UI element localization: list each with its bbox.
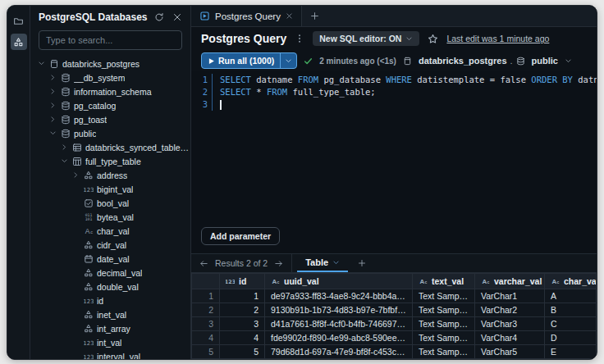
code-line-2[interactable]: 2SELECT * FROM full_type_table; xyxy=(191,86,597,98)
row-number-cell[interactable]: 5 xyxy=(192,345,220,359)
sql-editor[interactable]: 1SELECT datname FROM pg_database WHERE d… xyxy=(191,71,597,253)
kebab-menu-icon[interactable] xyxy=(295,34,304,43)
row-number-cell[interactable]: 1 xyxy=(192,289,220,303)
tree-item-char_val[interactable]: Acchar_val xyxy=(30,224,190,238)
tree-item-bytea_val[interactable]: 011101bytea_val xyxy=(30,210,190,224)
cell-id[interactable]: 3 xyxy=(220,317,265,331)
new-tab-button[interactable] xyxy=(302,6,328,26)
tree-item-int_val[interactable]: 123int_val xyxy=(30,335,190,349)
tree-item-bigint_val[interactable]: 123bigint_val xyxy=(30,182,190,196)
cell-varchar_val[interactable]: VarChar3 xyxy=(475,317,545,331)
chevron-right-icon[interactable] xyxy=(48,115,57,124)
tree-item-decimal_val[interactable]: decimal_val xyxy=(30,266,190,280)
tree-item-cidr_val[interactable]: cidr_val xyxy=(30,238,190,252)
chevron-right-icon[interactable] xyxy=(48,73,57,82)
tree-item-public[interactable]: public xyxy=(30,126,190,140)
table-row[interactable]: 229130b91b-1b73-4d83-b97e-7bfbf7ee0bbaTe… xyxy=(192,303,597,317)
cell-char_val[interactable]: A xyxy=(545,289,597,303)
column-header-varchar_val[interactable]: Acvarchar_val xyxy=(475,274,545,289)
column-header-id[interactable]: 123id xyxy=(220,274,265,289)
cell-char_val[interactable]: B xyxy=(545,303,597,317)
tree-item-id[interactable]: 123id xyxy=(30,293,190,307)
tab-close-icon[interactable] xyxy=(286,12,293,20)
cell-char_val[interactable]: E xyxy=(545,345,597,359)
chevron-down-icon[interactable] xyxy=(60,157,69,166)
chevron-down-icon[interactable] xyxy=(48,129,57,138)
add-result-tab-button[interactable] xyxy=(348,254,376,272)
cell-text_val[interactable]: Text Sample 2 xyxy=(413,303,475,317)
chevron-right-icon[interactable] xyxy=(48,87,57,96)
cell-uuid_val[interactable]: 9130b91b-1b73-4d83-b97e-7bfbf7ee0bba xyxy=(265,303,413,317)
cell-varchar_val[interactable]: VarChar5 xyxy=(475,345,545,359)
chevron-right-icon[interactable] xyxy=(48,101,57,110)
chevron-right-icon[interactable] xyxy=(60,143,69,152)
tree-item-pg_toast[interactable]: pg_toast xyxy=(30,112,190,126)
tab-bar: Postgres Query xyxy=(191,6,597,27)
row-number-cell[interactable]: 3 xyxy=(192,317,220,331)
cell-char_val[interactable]: D xyxy=(545,331,597,345)
context-chevron-icon[interactable] xyxy=(565,57,572,65)
cell-id[interactable]: 4 xyxy=(220,331,265,345)
cell-varchar_val[interactable]: VarChar1 xyxy=(475,289,545,303)
cell-text_val[interactable]: Text Sample 5 xyxy=(413,345,475,359)
tree-item-inet_val[interactable]: inet_val xyxy=(30,307,190,321)
tree-item-address[interactable]: address xyxy=(30,168,190,182)
column-header-text_val[interactable]: Actext_val xyxy=(413,274,475,289)
close-sidebar-icon[interactable] xyxy=(172,12,182,22)
tree-item-double_val[interactable]: double_val xyxy=(30,280,190,293)
last-edit-link[interactable]: Last edit was 1 minute ago xyxy=(446,34,549,43)
cell-text_val[interactable]: Text Sample 4 xyxy=(413,331,475,345)
row-number-cell[interactable]: 4 xyxy=(192,331,220,345)
cell-id[interactable]: 2 xyxy=(220,303,265,317)
tab-postgres-query[interactable]: Postgres Query xyxy=(191,6,302,26)
cell-char_val[interactable]: C xyxy=(545,317,597,331)
cell-varchar_val[interactable]: VarChar2 xyxy=(475,303,545,317)
add-parameter-button[interactable]: Add parameter xyxy=(201,227,280,245)
column-header-char_val[interactable]: Acchar_val xyxy=(545,274,597,289)
cell-uuid_val[interactable]: de97a933-ff83-4ae8-9c24-bbb4a20bd97a xyxy=(265,289,413,303)
run-all-button[interactable]: Run all (1000) xyxy=(201,52,297,69)
code-line-3[interactable]: 3 xyxy=(191,98,597,111)
chevron-right-icon[interactable] xyxy=(71,171,80,180)
row-number-cell[interactable]: 2 xyxy=(192,303,220,317)
cell-id[interactable]: 1 xyxy=(220,289,265,303)
table-tab-chevron-icon[interactable] xyxy=(332,259,340,266)
column-header-uuid_val[interactable]: Acuuid_val xyxy=(265,274,413,289)
refresh-icon[interactable] xyxy=(154,12,164,22)
sql-editor-toggle[interactable]: New SQL editor: ON xyxy=(313,31,419,46)
cell-id[interactable]: 5 xyxy=(220,345,265,359)
table-row[interactable]: 44fde9902d-f890-4e99-abc8-590eed2a0c3aTe… xyxy=(192,331,597,345)
star-icon[interactable] xyxy=(428,34,438,44)
workspace-folder-button[interactable] xyxy=(11,12,27,29)
catalog-schema-separator: . xyxy=(510,56,513,66)
results-tab-table[interactable]: Table xyxy=(297,254,348,272)
cell-varchar_val[interactable]: VarChar4 xyxy=(475,331,545,345)
schema-browser-button[interactable] xyxy=(11,34,27,50)
cell-uuid_val[interactable]: fde9902d-f890-4e99-abc8-590eed2a0c3a xyxy=(265,331,413,345)
cell-uuid_val[interactable]: 79d68d1d-697a-47e9-bf8f-c453c31af2da xyxy=(265,345,413,359)
table-row[interactable]: 11de97a933-ff83-4ae8-9c24-bbb4a20bd97aTe… xyxy=(192,289,597,303)
tree-item-full_type_table[interactable]: full_type_table xyxy=(30,154,190,168)
results-prev-icon[interactable] xyxy=(199,259,208,268)
code-line-1[interactable]: 1SELECT datname FROM pg_database WHERE d… xyxy=(191,74,597,86)
tree-item-pg_catalog[interactable]: pg_catalog xyxy=(30,98,190,112)
results-next-icon[interactable] xyxy=(274,259,283,268)
tree-item-date_val[interactable]: date_val xyxy=(30,252,190,266)
tree-item-information_schema[interactable]: information_schema xyxy=(30,84,190,98)
tree-item-bool_val[interactable]: bool_val xyxy=(30,196,190,210)
table-row[interactable]: 33d41a7661-8f8f-4cf0-b4fb-746697d2d542Te… xyxy=(192,317,597,331)
run-options-chevron-icon[interactable] xyxy=(281,57,296,65)
cell-text_val[interactable]: Text Sample 3 xyxy=(413,317,475,331)
search-input[interactable] xyxy=(39,30,182,50)
tree-item-databricks_synced_table_mana[interactable]: databricks_synced_table_mana… xyxy=(30,140,190,154)
cell-text_val[interactable]: Text Sample 1 xyxy=(413,289,475,303)
tree-item-__db_system[interactable]: __db_system xyxy=(30,71,190,84)
table-row[interactable]: 5579d68d1d-697a-47e9-bf8f-c453c31af2daTe… xyxy=(192,345,597,359)
cell-uuid_val[interactable]: d41a7661-8f8f-4cf0-b4fb-746697d2d542 xyxy=(265,317,413,331)
schema-selector[interactable]: public xyxy=(532,56,558,66)
tree-item-interval_val[interactable]: 123interval_val xyxy=(30,349,190,359)
tree-item-int_array[interactable]: int_array xyxy=(30,321,190,335)
chevron-down-icon[interactable] xyxy=(37,59,46,68)
tree-item-databricks_postgres[interactable]: databricks_postgres xyxy=(30,57,190,71)
catalog-selector[interactable]: databricks_postgres xyxy=(419,56,507,66)
